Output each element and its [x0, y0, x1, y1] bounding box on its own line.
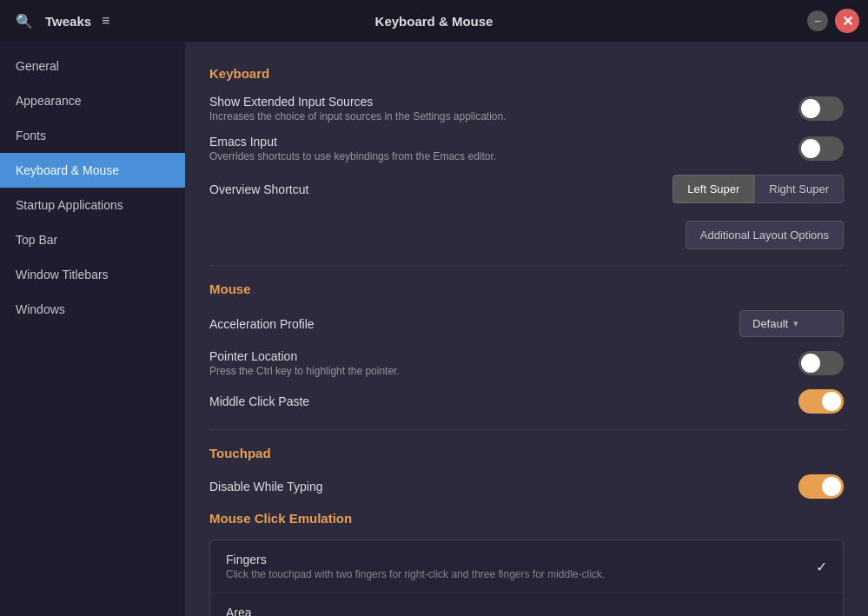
emulation-list: Fingers Click the touchpad with two fing…	[209, 540, 844, 616]
acceleration-profile-value: Default	[752, 317, 788, 330]
close-button[interactable]: ✕	[835, 9, 859, 33]
emacs-input-label: Emacs Input	[209, 135, 590, 149]
middle-click-paste-track	[798, 389, 844, 414]
minimize-button[interactable]: −	[807, 10, 828, 31]
content-area: Keyboard Show Extended Input Sources Inc…	[185, 42, 868, 616]
sidebar-item-window-titlebars[interactable]: Window Titlebars	[0, 257, 185, 292]
emacs-input-row: Emacs Input Overrides shortcuts to use k…	[209, 135, 844, 162]
emacs-input-thumb	[801, 139, 820, 158]
mouse-touchpad-separator	[209, 429, 844, 430]
keyboard-section-title: Keyboard	[209, 66, 844, 81]
app-name: Tweaks	[45, 14, 91, 29]
emacs-input-track	[798, 136, 844, 161]
emacs-input-label-block: Emacs Input Overrides shortcuts to use k…	[209, 135, 590, 162]
show-extended-input-label-block: Show Extended Input Sources Increases th…	[209, 95, 590, 123]
pointer-location-row: Pointer Location Press the Ctrl key to h…	[209, 349, 844, 377]
sidebar-item-appearance[interactable]: Appearance	[0, 83, 185, 118]
acceleration-profile-label: Acceleration Profile	[209, 317, 315, 331]
window-title: Keyboard & Mouse	[375, 14, 494, 29]
middle-click-paste-toggle[interactable]	[798, 389, 844, 414]
emulation-fingers-title: Fingers	[226, 553, 605, 566]
close-icon: ✕	[842, 13, 853, 30]
menu-button[interactable]: ≡	[95, 8, 116, 34]
disable-while-typing-toggle[interactable]	[798, 474, 844, 499]
sidebar-item-windows[interactable]: Windows	[0, 292, 185, 327]
show-extended-input-thumb	[801, 99, 820, 118]
main-layout: General Appearance Fonts Keyboard & Mous…	[0, 42, 868, 616]
acceleration-profile-row: Acceleration Profile Default ▾	[209, 310, 844, 337]
disable-while-typing-row: Disable While Typing	[209, 474, 844, 499]
pointer-location-thumb	[801, 354, 820, 373]
pointer-location-label-block: Pointer Location Press the Ctrl key to h…	[209, 349, 590, 377]
middle-click-paste-label: Middle Click Paste	[209, 394, 309, 408]
sidebar-item-startup-applications[interactable]: Startup Applications	[0, 188, 185, 222]
mouse-section-title: Mouse	[209, 282, 844, 296]
pointer-location-desc: Press the Ctrl key to highlight the poin…	[209, 365, 590, 377]
sidebar: General Appearance Fonts Keyboard & Mous…	[0, 42, 185, 616]
middle-click-paste-thumb	[822, 392, 841, 411]
sidebar-item-fonts[interactable]: Fonts	[0, 118, 185, 153]
dropdown-arrow-icon: ▾	[793, 318, 798, 329]
pointer-location-label: Pointer Location	[209, 349, 590, 363]
window-controls: − ✕	[807, 9, 859, 33]
emulation-area-text: Area Click the bottom right of the touch…	[226, 606, 642, 616]
show-extended-input-toggle[interactable]	[798, 96, 844, 121]
sidebar-item-keyboard-mouse[interactable]: Keyboard & Mouse	[0, 153, 185, 188]
emulation-fingers-desc: Click the touchpad with two fingers for …	[226, 568, 605, 580]
emulation-item-area[interactable]: Area Click the bottom right of the touch…	[210, 593, 843, 616]
mouse-click-emulation-title: Mouse Click Emulation	[209, 511, 844, 526]
emulation-fingers-check-icon: ✓	[816, 559, 827, 575]
touchpad-section-title: Touchpad	[209, 446, 844, 460]
overview-shortcut-btn-group: Left Super Right Super	[673, 175, 844, 203]
show-extended-input-desc: Increases the choice of input sources in…	[209, 110, 590, 123]
keyboard-mouse-separator	[209, 265, 844, 266]
middle-click-paste-row: Middle Click Paste	[209, 389, 844, 414]
overview-shortcut-row: Overview Shortcut Left Super Right Super	[209, 175, 844, 203]
sidebar-item-general[interactable]: General	[0, 49, 185, 83]
emulation-item-fingers[interactable]: Fingers Click the touchpad with two fing…	[210, 540, 843, 593]
show-extended-input-label: Show Extended Input Sources	[209, 95, 590, 109]
overview-shortcut-label: Overview Shortcut	[209, 182, 308, 196]
show-extended-input-row: Show Extended Input Sources Increases th…	[209, 95, 844, 123]
emulation-fingers-text: Fingers Click the touchpad with two fing…	[226, 553, 605, 580]
pointer-location-track	[798, 351, 844, 375]
overview-right-super-button[interactable]: Right Super	[754, 175, 844, 203]
disable-while-typing-label: Disable While Typing	[209, 480, 322, 493]
minimize-icon: −	[814, 14, 821, 28]
emacs-input-desc: Overrides shortcuts to use keybindings f…	[209, 150, 590, 162]
show-extended-input-track	[798, 96, 844, 121]
disable-while-typing-thumb	[822, 477, 841, 496]
disable-while-typing-track	[798, 474, 844, 499]
acceleration-profile-dropdown[interactable]: Default ▾	[739, 310, 844, 337]
emacs-input-toggle[interactable]	[798, 136, 844, 161]
sidebar-item-top-bar[interactable]: Top Bar	[0, 222, 185, 257]
overview-left-super-button[interactable]: Left Super	[673, 175, 754, 203]
titlebar: 🔍 Tweaks ≡ Keyboard & Mouse − ✕	[0, 0, 868, 42]
additional-layout-options-button[interactable]: Additional Layout Options	[686, 221, 844, 249]
pointer-location-toggle[interactable]	[798, 351, 844, 375]
search-button[interactable]: 🔍	[9, 8, 40, 35]
emulation-area-title: Area	[226, 606, 642, 616]
